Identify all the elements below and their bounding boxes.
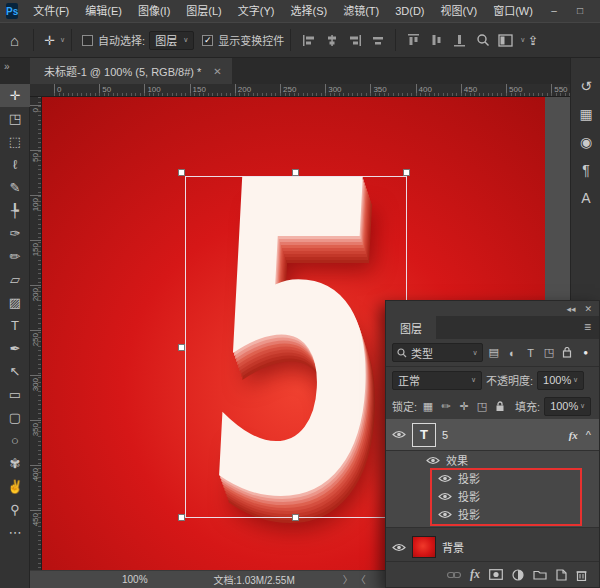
transform-handle-top-center[interactable] xyxy=(292,169,299,176)
menu-item[interactable]: 视图(V) xyxy=(433,0,486,22)
lock-pixels-icon[interactable]: ✏ xyxy=(439,400,453,413)
paragraph-panel-icon[interactable]: ¶ xyxy=(571,156,600,184)
home-icon[interactable]: ⌂ xyxy=(10,32,19,49)
eyedropper-tool[interactable]: ✑ xyxy=(0,222,30,245)
type-filter-icon[interactable]: T xyxy=(523,347,537,359)
new-group-icon[interactable] xyxy=(533,569,547,580)
character-panel-icon[interactable]: A xyxy=(571,184,600,212)
share-icon[interactable]: ⇪ xyxy=(527,33,538,48)
delete-layer-icon[interactable] xyxy=(576,569,587,581)
lock-artboard-icon[interactable]: ◳ xyxy=(475,400,489,413)
distribute-h-icon[interactable] xyxy=(369,32,386,49)
distribute-v-icon[interactable] xyxy=(428,32,445,49)
status-nav-arrows[interactable]: 〉〈 xyxy=(343,572,374,587)
eye-icon[interactable] xyxy=(392,543,406,552)
shape-filter-icon[interactable]: ◳ xyxy=(542,346,556,359)
pen-tool[interactable]: ✒ xyxy=(0,337,30,360)
layers-tab[interactable]: 图层 xyxy=(386,316,436,339)
align-bottom-icon[interactable] xyxy=(451,32,468,49)
align-center-h-icon[interactable] xyxy=(323,32,340,49)
toolbar-collapse-icon[interactable]: » xyxy=(4,61,9,72)
smart-object-filter-icon[interactable] xyxy=(560,347,574,358)
eye-icon[interactable] xyxy=(426,456,440,465)
auto-select-checkbox[interactable] xyxy=(82,35,93,46)
collapse-effects-icon[interactable]: ^ xyxy=(586,429,591,441)
minimize-button[interactable]: – xyxy=(541,0,567,22)
opacity-dropdown[interactable]: 100% ∨ xyxy=(537,371,584,390)
panel-collapse-icon[interactable]: ◂◂ xyxy=(566,304,575,314)
move-tool[interactable]: ✛ xyxy=(0,84,30,107)
zoom-level-field[interactable]: 100% xyxy=(122,574,148,585)
blend-mode-dropdown[interactable]: 正常 ∨ xyxy=(392,371,482,390)
adjustment-filter-icon[interactable]: ◐ xyxy=(505,347,519,359)
drop-shadow-effect-row[interactable]: 投影 xyxy=(386,505,599,523)
rounded-rect-tool[interactable]: ▢ xyxy=(0,406,30,429)
menu-item[interactable]: 图层(L) xyxy=(178,0,229,22)
eye-icon[interactable] xyxy=(438,474,452,483)
new-adjustment-layer-icon[interactable] xyxy=(512,569,524,581)
transform-handle-bottom-center[interactable] xyxy=(292,514,299,521)
eye-icon[interactable] xyxy=(438,510,452,519)
menu-item[interactable]: 图像(I) xyxy=(130,0,178,22)
add-layer-mask-icon[interactable] xyxy=(489,569,503,580)
fill-dropdown[interactable]: 100% ∨ xyxy=(544,397,591,416)
effects-row[interactable]: 效果 xyxy=(386,451,599,469)
hand-tool[interactable]: ✌ xyxy=(0,475,30,498)
menu-item[interactable]: 窗口(W) xyxy=(485,0,541,22)
eye-icon[interactable] xyxy=(392,430,406,439)
frame-tool[interactable]: ◳ xyxy=(0,107,30,130)
lock-position-icon[interactable]: ✛ xyxy=(457,400,471,413)
quick-select-tool[interactable]: ✎ xyxy=(0,176,30,199)
panel-close-icon[interactable]: ✕ xyxy=(584,304,592,314)
lock-transparent-icon[interactable]: ▦ xyxy=(421,400,435,413)
auto-select-dropdown[interactable]: 图层 ∨ xyxy=(149,31,194,50)
transform-handle-top-right[interactable] xyxy=(403,169,410,176)
eraser-tool[interactable]: ▱ xyxy=(0,268,30,291)
menu-item[interactable]: 选择(S) xyxy=(282,0,335,22)
layer-row-background[interactable]: 背景 xyxy=(386,532,599,561)
search-icon[interactable] xyxy=(474,32,491,49)
show-transform-checkbox[interactable]: ✓ xyxy=(202,35,213,46)
marquee-tool[interactable]: ⬚ xyxy=(0,130,30,153)
align-left-icon[interactable] xyxy=(300,32,317,49)
document-tab[interactable]: 未标题-1 @ 100% (5, RGB/8#) * ✕ xyxy=(30,58,232,84)
drop-shadow-effect-row[interactable]: 投影 xyxy=(386,469,599,487)
layer-filter-dropdown[interactable]: 类型 ∨ xyxy=(392,343,483,362)
path-select-tool[interactable]: ↖ xyxy=(0,360,30,383)
maximize-button[interactable]: □ xyxy=(567,0,593,22)
type-tool[interactable]: T xyxy=(0,314,30,337)
crop-tool[interactable]: ╄ xyxy=(0,199,30,222)
new-layer-icon[interactable] xyxy=(556,569,567,581)
ellipse-tool[interactable]: ○ xyxy=(0,429,30,452)
transform-handle-middle-left[interactable] xyxy=(178,344,185,351)
transform-handle-bottom-left[interactable] xyxy=(178,514,185,521)
layer-style-badge[interactable]: fx xyxy=(569,429,578,441)
gradient-tool[interactable]: ▨ xyxy=(0,291,30,314)
menu-item[interactable]: 滤镜(T) xyxy=(335,0,387,22)
panel-menu-icon[interactable]: ≡ xyxy=(576,316,599,339)
lock-all-icon[interactable] xyxy=(493,401,507,412)
custom-shape-tool[interactable]: ✾ xyxy=(0,452,30,475)
link-layers-icon[interactable] xyxy=(447,571,461,579)
transform-bounding-box[interactable] xyxy=(185,176,407,518)
brush-tool[interactable]: ✏ xyxy=(0,245,30,268)
layer-name[interactable]: 5 xyxy=(442,429,448,441)
lasso-tool[interactable]: ℓ xyxy=(0,153,30,176)
menu-item[interactable]: 3D(D) xyxy=(387,0,432,22)
layer-row-5[interactable]: T 5 fx ^ xyxy=(386,419,599,451)
transform-handle-top-left[interactable] xyxy=(178,169,185,176)
zoom-tool[interactable]: ⚲ xyxy=(0,498,30,521)
close-button[interactable]: ✕ xyxy=(593,0,600,22)
align-right-icon[interactable] xyxy=(346,32,363,49)
layer-name[interactable]: 背景 xyxy=(442,539,464,555)
type-layer-thumbnail[interactable]: T xyxy=(412,423,436,447)
align-top-icon[interactable] xyxy=(405,32,422,49)
menu-item[interactable]: 文件(F) xyxy=(25,0,77,22)
history-panel-icon[interactable]: ↺ xyxy=(571,72,600,100)
layer-style-icon[interactable]: fx xyxy=(470,567,480,582)
color-panel-icon[interactable]: ◉ xyxy=(571,128,600,156)
more-tools[interactable]: ⋯ xyxy=(0,521,30,544)
swatches-panel-icon[interactable]: ▦ xyxy=(571,100,600,128)
tab-close-icon[interactable]: ✕ xyxy=(213,66,221,77)
menu-item[interactable]: 文字(Y) xyxy=(230,0,283,22)
